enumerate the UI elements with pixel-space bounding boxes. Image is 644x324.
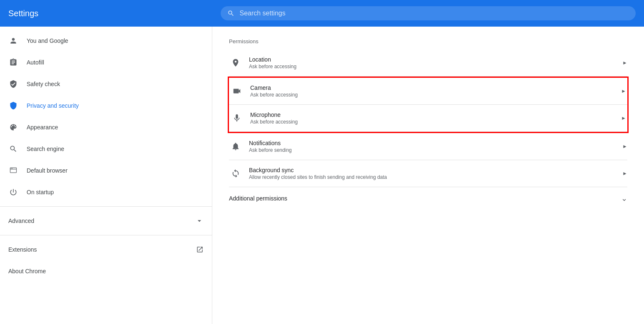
svg-point-3	[12, 168, 13, 169]
sidebar-item-safety-check[interactable]: Safety check	[0, 73, 212, 95]
microphone-icon	[230, 111, 244, 125]
chevron-right-icon-microphone: ►	[621, 115, 626, 121]
sidebar-item-appearance[interactable]: Appearance	[0, 116, 212, 138]
chevron-right-icon-camera: ►	[621, 88, 626, 94]
power-icon	[8, 187, 18, 197]
open-in-new-icon	[196, 246, 204, 253]
app-title: Settings	[8, 9, 212, 18]
chevron-right-icon-location: ►	[622, 60, 627, 66]
sidebar-label-on-startup: On startup	[27, 189, 54, 195]
permissions-section-title: Permissions	[229, 35, 627, 46]
search-bar[interactable]	[221, 6, 636, 20]
chevron-right-icon-background-sync: ►	[622, 171, 627, 176]
permission-desc-background-sync: Allow recently closed sites to finish se…	[249, 174, 622, 180]
search-icon	[8, 144, 18, 154]
permission-text-camera: Camera Ask before accessing	[250, 84, 621, 98]
sidebar-item-privacy-and-security[interactable]: Privacy and security	[0, 95, 212, 116]
sidebar-item-you-and-google[interactable]: You and Google	[0, 30, 212, 52]
sidebar-section-about-chrome[interactable]: About Chrome	[0, 260, 212, 282]
shield-icon	[8, 101, 18, 111]
sidebar-label-autofill: Autofill	[27, 59, 44, 66]
browser-icon	[8, 166, 18, 176]
header: Settings	[0, 0, 644, 27]
camera-icon	[230, 84, 244, 98]
sidebar-label-safety-check: Safety check	[27, 81, 60, 87]
sidebar-section-advanced[interactable]: Advanced	[0, 210, 212, 232]
permission-text-microphone: Microphone Ask before accessing	[250, 111, 621, 125]
sidebar-section-extensions[interactable]: Extensions	[0, 239, 212, 260]
permission-desc-camera: Ask before accessing	[250, 92, 621, 98]
permission-item-notifications[interactable]: Notifications Ask before sending ►	[229, 133, 627, 160]
permission-name-notifications: Notifications	[249, 140, 622, 146]
permission-text-location: Location Ask before accessing	[249, 56, 622, 69]
permission-item-microphone[interactable]: Microphone Ask before accessing ►	[229, 105, 627, 132]
search-input[interactable]	[239, 10, 629, 17]
sidebar-label-search-engine: Search engine	[27, 146, 64, 152]
assignment-icon	[8, 57, 18, 67]
highlighted-permissions-section: Camera Ask before accessing ► Microphone…	[228, 77, 629, 133]
permission-name-background-sync: Background sync	[249, 167, 622, 173]
permission-name-microphone: Microphone	[250, 111, 621, 118]
permission-desc-notifications: Ask before sending	[249, 147, 622, 153]
sidebar-label-extensions: Extensions	[8, 246, 188, 253]
permission-item-location[interactable]: Location Ask before accessing ►	[229, 49, 627, 77]
permission-item-camera[interactable]: Camera Ask before accessing ►	[229, 78, 627, 105]
expand-more-icon: ⌄	[621, 194, 627, 203]
permission-desc-microphone: Ask before accessing	[250, 119, 621, 125]
security-icon	[8, 79, 18, 89]
additional-permissions-label: Additional permissions	[229, 195, 621, 202]
svg-point-2	[11, 168, 12, 169]
additional-permissions-section[interactable]: Additional permissions ⌄	[229, 187, 627, 210]
sidebar-label-privacy-and-security: Privacy and security	[27, 102, 79, 109]
sidebar-label-advanced: Advanced	[8, 218, 187, 224]
sidebar: You and Google Autofill Safety check Pri…	[0, 27, 212, 324]
location-icon	[229, 56, 242, 69]
chevron-right-icon-notifications: ►	[622, 143, 627, 149]
sync-icon	[229, 167, 242, 180]
sidebar-label-about-chrome: About Chrome	[8, 268, 204, 275]
sidebar-divider-1	[0, 206, 212, 207]
sidebar-item-default-browser[interactable]: Default browser	[0, 160, 212, 181]
arrow-drop-down-icon	[195, 217, 204, 225]
sidebar-label-you-and-google: You and Google	[27, 37, 68, 44]
permission-text-notifications: Notifications Ask before sending	[249, 140, 622, 153]
notifications-icon	[229, 140, 242, 153]
person-icon	[8, 36, 18, 46]
sidebar-item-on-startup[interactable]: On startup	[0, 181, 212, 203]
sidebar-item-autofill[interactable]: Autofill	[0, 52, 212, 73]
search-icon	[227, 10, 234, 17]
permission-desc-location: Ask before accessing	[249, 64, 622, 69]
permission-name-camera: Camera	[250, 84, 621, 91]
layout: You and Google Autofill Safety check Pri…	[0, 27, 644, 324]
sidebar-item-search-engine[interactable]: Search engine	[0, 138, 212, 160]
permission-name-location: Location	[249, 56, 622, 63]
palette-icon	[8, 122, 18, 132]
permission-item-background-sync[interactable]: Background sync Allow recently closed si…	[229, 160, 627, 187]
sidebar-divider-2	[0, 235, 212, 235]
sidebar-label-default-browser: Default browser	[27, 167, 67, 174]
sidebar-label-appearance: Appearance	[27, 124, 58, 131]
main-content: Permissions Location Ask before accessin…	[212, 27, 644, 324]
permission-text-background-sync: Background sync Allow recently closed si…	[249, 167, 622, 180]
